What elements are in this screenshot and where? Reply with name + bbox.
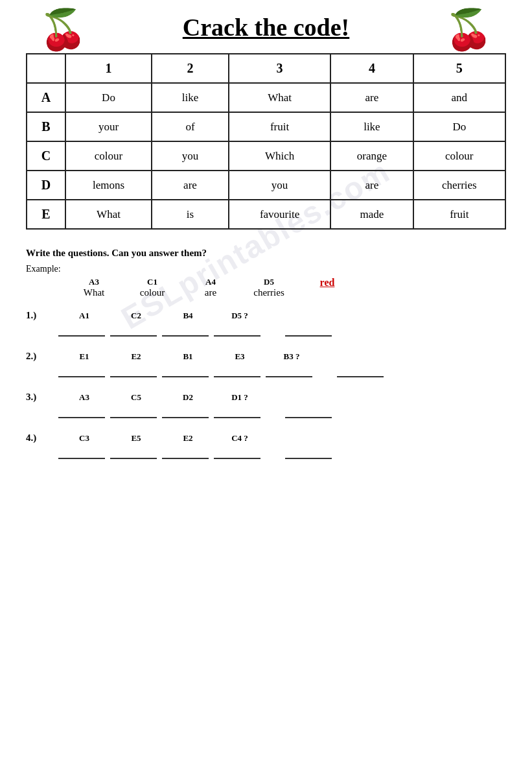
page-title: Crack the code!	[183, 13, 349, 41]
exercise-4-number: 4.)	[26, 432, 52, 444]
exercise-3-blank-1[interactable]	[58, 407, 105, 418]
example-code-1: A3	[89, 277, 99, 287]
exercise-3-code-1: A3	[58, 392, 110, 403]
exercise-1-blank-1[interactable]	[58, 325, 105, 337]
table-header-row: 1 2 3 4 5	[27, 54, 505, 83]
example-col-1: A3 What	[65, 277, 123, 298]
cell-E5: fruit	[413, 200, 505, 229]
cell-A2: like	[152, 83, 229, 112]
cell-B1: your	[65, 112, 152, 141]
exercise-2-answer-blank[interactable]	[337, 366, 384, 377]
exercise-1-code-label-2: C2	[131, 311, 141, 321]
exercise-2-blank-1[interactable]	[58, 366, 105, 377]
exercise-1-blank-3[interactable]	[162, 325, 209, 337]
example-row: A3 What C1 colour A4 are D5 cherries red	[65, 277, 506, 298]
exercise-2-blank-2[interactable]	[110, 366, 157, 377]
exercise-3-blank-4[interactable]	[214, 407, 260, 418]
cell-C4: orange	[330, 141, 413, 171]
exercise-1-code-label-4: D5 ?	[231, 311, 248, 321]
cell-A5: and	[413, 83, 505, 112]
instructions-bold: Write the questions. Can you answer them…	[26, 248, 207, 258]
exercise-2-code-5: B3 ?	[266, 351, 318, 362]
col-header-1: 1	[65, 54, 152, 83]
example-answer: red	[305, 277, 350, 289]
cell-B4: like	[330, 112, 413, 141]
exercise-4-blank-1[interactable]	[58, 447, 105, 459]
exercise-4-code-3: E2	[162, 433, 214, 444]
exercise-1-code-2: C2	[110, 311, 162, 321]
exercise-1-codes: A1C2B4D5 ?	[58, 311, 266, 321]
cell-B5: Do	[413, 112, 505, 141]
exercise-4-code-4: C4 ?	[214, 433, 266, 444]
cell-E3: favourite	[229, 200, 330, 229]
exercise-3-blank-3[interactable]	[162, 407, 209, 418]
exercise-3-blank-2[interactable]	[110, 407, 157, 418]
cell-C1: colour	[65, 141, 152, 171]
cherry-left-icon: 🍒	[39, 6, 87, 53]
exercise-2-code-label-1: E1	[79, 351, 89, 362]
exercise-2-code-label-5: B3 ?	[284, 351, 300, 362]
example-answer-word: red	[320, 277, 335, 289]
exercise-1-answer-blank[interactable]	[285, 325, 332, 337]
example-col-4: D5 cherries	[240, 277, 298, 298]
cell-B2: of	[152, 112, 229, 141]
row-header-E: E	[27, 200, 65, 229]
exercise-1-code-4: D5 ?	[214, 311, 266, 321]
row-header-C: C	[27, 141, 65, 171]
exercise-4: 4.)C3E5E2C4 ?	[26, 432, 506, 459]
exercise-2-number: 2.)	[26, 351, 52, 362]
exercise-1-blank-4[interactable]	[214, 325, 260, 337]
cell-E2: is	[152, 200, 229, 229]
example-label: Example:	[26, 264, 506, 274]
exercise-2-code-label-4: E3	[235, 351, 244, 362]
row-header-B: B	[27, 112, 65, 141]
cherry-right-icon: 🍒	[445, 6, 493, 53]
exercise-1: 1.)A1C2B4D5 ?	[26, 310, 506, 337]
exercise-4-code-label-3: E2	[183, 433, 192, 444]
exercise-3-code-label-3: D2	[183, 392, 193, 403]
col-header-3: 3	[229, 54, 330, 83]
exercise-2-blank-3[interactable]	[162, 366, 209, 377]
exercise-4-blank-4[interactable]	[214, 447, 260, 459]
cell-E1: What	[65, 200, 152, 229]
exercise-4-answer-blank[interactable]	[285, 447, 332, 459]
example-word-3: are	[205, 287, 216, 298]
exercise-2-code-2: E2	[110, 351, 162, 362]
cell-D3: you	[229, 171, 330, 200]
example-code-2: C1	[147, 277, 157, 287]
exercise-3-blanks	[58, 407, 506, 418]
cell-D5: cherries	[413, 171, 505, 200]
cell-C2: you	[152, 141, 229, 171]
example-word-1: What	[84, 287, 104, 298]
exercise-4-code-label-1: C3	[79, 433, 89, 444]
exercise-2-code-4: E3	[214, 351, 266, 362]
row-header-A: A	[27, 83, 65, 112]
exercise-1-code-1: A1	[58, 311, 110, 321]
exercise-2-blank-4[interactable]	[214, 366, 260, 377]
cell-A1: Do	[65, 83, 152, 112]
page-header: 🍒 Crack the code! 🍒	[26, 13, 506, 41]
exercise-3-code-label-1: A3	[79, 392, 89, 403]
exercise-3-code-2: C5	[110, 392, 162, 403]
exercise-1-blank-2[interactable]	[110, 325, 157, 337]
exercise-1-blanks	[58, 325, 506, 337]
exercise-4-blank-3[interactable]	[162, 447, 209, 459]
exercise-2-top-row: 2.)E1E2B1E3B3 ?	[26, 351, 506, 363]
exercise-2-blank-5[interactable]	[266, 366, 312, 377]
cell-A4: are	[330, 83, 413, 112]
exercise-2-blanks	[58, 366, 506, 377]
example-col-2: C1 colour	[123, 277, 181, 298]
col-header-2: 2	[152, 54, 229, 83]
table-row: EWhatisfavouritemadefruit	[27, 200, 505, 229]
example-code-4: D5	[264, 277, 274, 287]
table-row: ADolikeWhatareand	[27, 83, 505, 112]
example-code-3: A4	[205, 277, 216, 287]
exercise-2-code-1: E1	[58, 351, 110, 362]
exercise-2-codes: E1E2B1E3B3 ?	[58, 351, 318, 362]
instructions-text: Write the questions. Can you answer them…	[26, 248, 506, 259]
exercise-3-answer-blank[interactable]	[285, 407, 332, 418]
cell-C5: colour	[413, 141, 505, 171]
exercise-4-code-2: E5	[110, 433, 162, 444]
exercise-4-blank-2[interactable]	[110, 447, 157, 459]
exercise-4-code-label-4: C4 ?	[231, 433, 248, 444]
